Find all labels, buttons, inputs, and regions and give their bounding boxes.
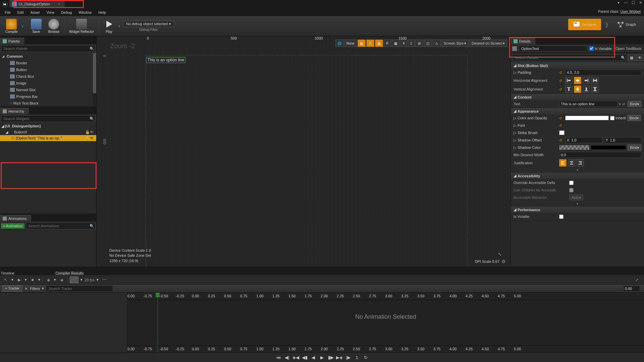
padding-input[interactable] [565, 69, 641, 75]
expand-button[interactable]: ⤢ [633, 277, 641, 283]
eye-icon[interactable]: 👁 [90, 136, 94, 140]
play-button[interactable]: Play [100, 17, 118, 36]
palette-item[interactable]: Rich Text Block [0, 100, 96, 106]
screen-size-button[interactable]: Screen Size▾ [441, 40, 469, 47]
widget-name-input[interactable] [519, 46, 587, 52]
shadow-y-input[interactable] [604, 137, 642, 143]
graph-mode-button[interactable]: Graph [612, 19, 641, 30]
step-fwd-button[interactable]: |▶ [345, 355, 352, 360]
lock-button[interactable]: 🔒 [366, 40, 374, 47]
stop-tool-button[interactable]: ■ [29, 277, 36, 283]
play-tool-button[interactable]: ▶ [15, 277, 23, 283]
section-button[interactable] [70, 277, 78, 283]
expand-more-icon[interactable]: ▾ [511, 167, 644, 172]
valign-top-button[interactable] [565, 85, 573, 93]
browse-button[interactable]: Browse [45, 17, 63, 36]
inherit-checkbox[interactable]: Inherit [610, 116, 626, 120]
halign-center-button[interactable] [574, 77, 581, 84]
minimize-button[interactable]: — [623, 0, 629, 5]
shadow-color-swatch[interactable] [559, 145, 589, 150]
key-button[interactable]: ◈ [45, 277, 52, 283]
details-search[interactable]: 🔍 [512, 54, 627, 61]
section-accessibility[interactable]: ◢Accessibility [511, 173, 644, 179]
menu-edit[interactable]: Edit [14, 10, 27, 15]
play-back-button[interactable]: ◀ [310, 355, 317, 360]
compiler-results-tab[interactable]: Compiler Results [55, 271, 84, 275]
animations-tab[interactable]: Animations [0, 215, 31, 222]
hierarchy-search[interactable]: 🔍 [1, 115, 95, 122]
bind-shadow-button[interactable]: Bind▾ [628, 144, 641, 150]
is-volatile-checkbox[interactable] [559, 215, 564, 219]
valign-center-button[interactable] [574, 85, 581, 93]
curve-button[interactable]: 〰 [101, 277, 108, 283]
palette-tab[interactable]: Palette [0, 38, 24, 44]
fps-select[interactable]: 20 fps [85, 278, 95, 282]
menu-help[interactable]: Help [95, 10, 109, 15]
animations-search[interactable]: 🔍 [26, 223, 95, 229]
play-forward-button[interactable]: ▶ [319, 355, 325, 360]
menu-asset[interactable]: Asset [27, 10, 43, 15]
fill-mode-button[interactable]: Desired on Screen▾ [469, 40, 507, 47]
frame-back-button[interactable]: ◀▮ [301, 355, 308, 360]
key-all-button[interactable]: ◈ [58, 277, 65, 283]
section-performance[interactable]: ◢Performance [511, 206, 644, 213]
frame-fwd-button[interactable]: ▮▶ [327, 355, 334, 360]
resize-handle-icon[interactable]: ⤡ [498, 251, 502, 257]
localization-button[interactable]: 🌐 [335, 40, 343, 47]
justify-right-button[interactable] [577, 159, 584, 167]
designer-mode-button[interactable]: Designer [568, 19, 601, 30]
section-appearance[interactable]: ◢Appearance [511, 108, 644, 114]
lock-icon[interactable]: 🔓 [85, 136, 90, 140]
document-tab[interactable]: UI_DialogueOption × [9, 0, 65, 7]
min-width-input[interactable] [559, 152, 641, 158]
prev-key-button[interactable]: ◈◀ [292, 355, 299, 360]
tracks-search[interactable] [46, 285, 113, 292]
halign-fill-button[interactable] [591, 77, 599, 84]
valign-fill-button[interactable] [591, 85, 599, 93]
expand-more-icon[interactable]: ▾ [511, 201, 644, 206]
justify-left-button[interactable] [559, 159, 567, 167]
maximize-button[interactable]: ☐ [630, 0, 637, 5]
details-tab[interactable]: Details [511, 38, 535, 44]
option-text-widget[interactable]: This is an option line [146, 57, 185, 63]
num-button-4[interactable]: 4 [400, 40, 407, 47]
parent-class-link[interactable]: User Widget [620, 9, 641, 13]
r-button[interactable]: R [384, 40, 391, 47]
lock-icon[interactable]: 🔓 [85, 130, 90, 134]
shadow-x-input[interactable] [565, 137, 603, 143]
current-time-input[interactable] [623, 286, 640, 292]
next-key-button[interactable]: ▶◈ [336, 355, 343, 360]
palette-item[interactable]: Button [0, 66, 96, 73]
palette-search[interactable]: 🔍 [1, 45, 95, 52]
filters-button[interactable]: Filters [30, 287, 40, 291]
cursor-tool-button[interactable]: ↖ [2, 277, 9, 283]
timeline-tab[interactable]: Timeline [1, 271, 14, 275]
view-matrix-button[interactable]: ▦ [628, 54, 635, 61]
content-text-input[interactable] [559, 101, 618, 107]
palette-item[interactable]: Named Slot [0, 86, 96, 93]
override-accessible-checkbox[interactable] [569, 181, 574, 185]
palette-cat-common[interactable]: ◢Common [0, 53, 96, 60]
grid-toggle-button[interactable]: ▦ [392, 40, 400, 47]
hierarchy-tab[interactable]: Hierarchy [0, 108, 29, 114]
halign-left-button[interactable] [565, 77, 573, 84]
palette-scrollbar[interactable] [93, 53, 96, 106]
view-eye-button[interactable]: 👁 [636, 54, 643, 61]
play-dropdown[interactable]: ▾ [118, 24, 121, 28]
palette-item[interactable]: Check Box [0, 73, 96, 80]
hierarchy-optiontext[interactable]: [OptionText] "This is an op.."🔓👁 [0, 135, 96, 141]
color-swatch[interactable] [565, 116, 609, 120]
menu-view[interactable]: View [43, 10, 58, 15]
goto-end-button[interactable]: 1 [354, 355, 360, 360]
section-slot[interactable]: ◢Slot (Button Slot) [511, 62, 644, 69]
palette-item[interactable]: Border [0, 60, 96, 66]
gear-icon[interactable]: ⚙ [501, 259, 506, 264]
layout-option-button[interactable]: ⊞ [415, 40, 423, 47]
hierarchy-root[interactable]: ◢[UI_DialogueOption] [0, 123, 96, 129]
fill-button[interactable]: ◫ [424, 40, 432, 47]
layout-button-1[interactable]: ▦ [358, 40, 366, 47]
is-variable-checkbox[interactable]: Is Variable [589, 46, 612, 51]
compile-button[interactable]: Compile [2, 17, 21, 36]
justify-center-button[interactable] [568, 159, 575, 167]
add-animation-button[interactable]: + Animation [1, 223, 24, 229]
